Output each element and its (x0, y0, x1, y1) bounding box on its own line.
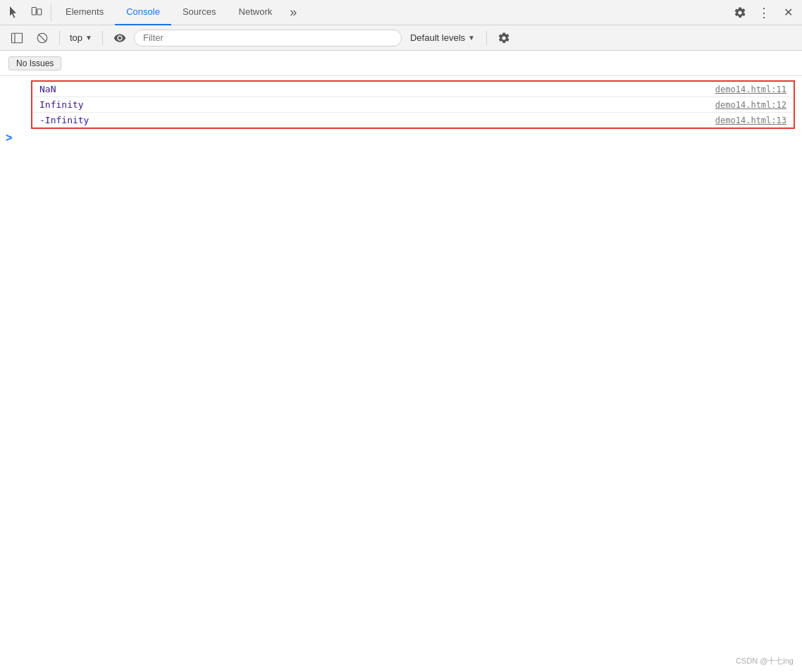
cursor-icon-button[interactable] (3, 1, 25, 24)
prompt-chevron[interactable]: > (6, 132, 12, 144)
log-section: NaN demo14.html:11 Infinity demo14.html:… (0, 80, 802, 129)
more-tabs-button[interactable]: » (283, 1, 303, 24)
close-icon: ✕ (784, 6, 793, 19)
svg-rect-2 (12, 33, 23, 43)
log-source-neg-infinity[interactable]: demo14.html:13 (715, 116, 794, 125)
tab-elements[interactable]: Elements (54, 0, 115, 25)
clear-console-button[interactable] (31, 27, 54, 49)
tab-console[interactable]: Console (115, 0, 171, 25)
tab-network[interactable]: Network (228, 0, 284, 25)
toolbar-sep-3 (486, 31, 487, 45)
svg-line-5 (39, 34, 47, 42)
no-issues-button[interactable]: No Issues (8, 56, 61, 70)
console-output: NaN demo14.html:11 Infinity demo14.html:… (0, 80, 802, 147)
toolbar-sep-1 (59, 31, 60, 45)
issues-bar: No Issues (0, 51, 802, 76)
console-toolbar: top ▼ Default levels ▼ (0, 25, 802, 51)
levels-dropdown-arrow: ▼ (468, 34, 475, 42)
context-selector-button[interactable]: top ▼ (66, 31, 97, 44)
log-source-infinity[interactable]: demo14.html:12 (715, 100, 794, 110)
log-value-neg-infinity: -Infinity (39, 115, 715, 125)
log-source-nan[interactable]: demo14.html:11 (715, 85, 794, 94)
levels-selector-button[interactable]: Default levels ▼ (405, 31, 481, 44)
sidebar-toggle-icon (11, 32, 23, 44)
close-button[interactable]: ✕ (777, 1, 799, 24)
cursor-icon (8, 6, 20, 19)
filter-input[interactable] (134, 30, 402, 46)
highlighted-log-entries: NaN demo14.html:11 Infinity demo14.html:… (31, 80, 795, 129)
settings-icon (734, 6, 746, 19)
eye-icon (113, 32, 126, 44)
watermark: CSDN @十七ing (736, 656, 794, 666)
console-settings-button[interactable] (493, 27, 515, 49)
eye-button[interactable] (109, 27, 131, 49)
devtools-tabs-bar: Elements Console Sources Network » ⋮ ✕ (0, 0, 802, 25)
svg-rect-1 (37, 8, 42, 14)
clear-icon (36, 32, 49, 44)
context-dropdown-arrow: ▼ (85, 34, 92, 42)
log-entry-nan: NaN demo14.html:11 (32, 82, 794, 97)
toolbar-sep-2 (102, 31, 103, 45)
device-mode-icon (30, 6, 43, 19)
device-mode-button[interactable] (25, 1, 48, 24)
more-vert-icon: ⋮ (758, 6, 770, 19)
console-prompt-row: > (0, 129, 802, 147)
log-entry-infinity: Infinity demo14.html:12 (32, 97, 794, 113)
tab-separator-1 (51, 4, 51, 21)
devtools-top-icons: ⋮ ✕ (729, 1, 799, 24)
console-settings-icon (498, 32, 510, 44)
log-value-infinity: Infinity (39, 99, 715, 110)
more-options-button[interactable]: ⋮ (753, 1, 775, 24)
tab-sources[interactable]: Sources (171, 0, 228, 25)
log-value-nan: NaN (39, 84, 715, 94)
svg-rect-0 (32, 7, 36, 15)
settings-button[interactable] (729, 1, 751, 24)
sidebar-toggle-button[interactable] (6, 27, 28, 49)
log-entry-neg-infinity: -Infinity demo14.html:13 (32, 113, 794, 127)
